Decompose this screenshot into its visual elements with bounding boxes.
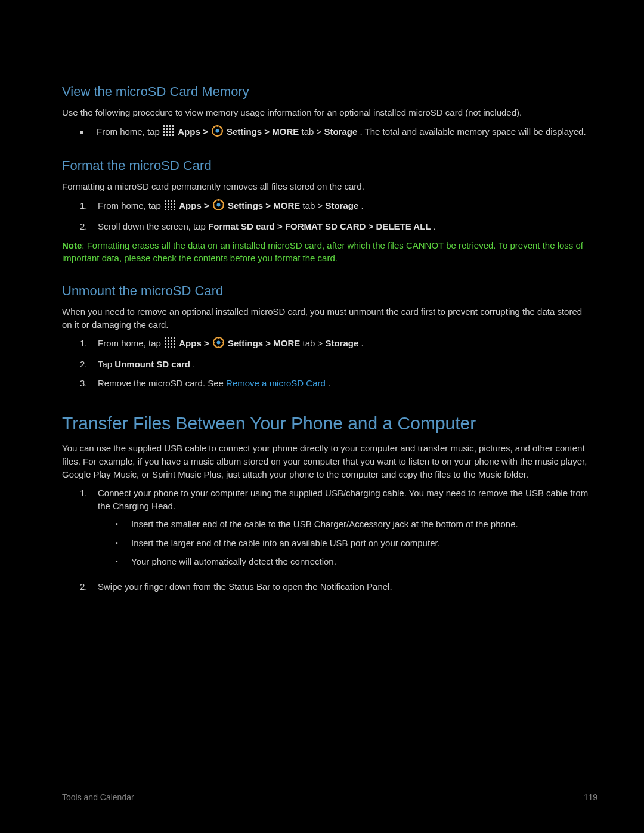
- text-bold: Unmount SD card: [114, 359, 190, 369]
- note-body: : Formatting erases all the data on an i…: [62, 240, 583, 264]
- note-label: Note: [62, 240, 82, 250]
- text: Swipe your finger down from the Status B…: [98, 580, 593, 593]
- paragraph: You can use the supplied USB cable to co…: [62, 442, 593, 481]
- apps-icon: [163, 125, 174, 140]
- list-item: 2. Swipe your finger down from the Statu…: [80, 580, 593, 593]
- nav-storage: Storage: [325, 200, 358, 210]
- text: From home, tap: [98, 339, 163, 349]
- list-item: 2. Scroll down the screen, tap Format SD…: [80, 220, 593, 233]
- heading-transfer: Transfer Files Between Your Phone and a …: [62, 410, 593, 436]
- bullet-icon: ▪: [116, 518, 131, 529]
- text: Your phone will automatically detect the…: [131, 555, 593, 568]
- text: >: [204, 200, 212, 210]
- nav-storage: Storage: [324, 126, 357, 137]
- number-marker: 3.: [80, 377, 98, 390]
- text: Connect your phone to your computer usin…: [98, 488, 588, 511]
- number-marker: 1.: [80, 199, 98, 212]
- paragraph: Use the following procedure to view memo…: [62, 106, 593, 119]
- list-item: 1. From home, tap Apps > Settings > MORE…: [80, 337, 593, 352]
- text: .: [361, 339, 363, 349]
- text: .: [361, 200, 363, 210]
- text: From home, tap: [97, 126, 162, 137]
- list-item: ▪ Insert the larger end of the cable int…: [116, 537, 593, 550]
- list-item: 1. Connect your phone to your computer u…: [80, 487, 593, 574]
- text: . The total and available memory space w…: [360, 126, 586, 137]
- text: >: [203, 126, 210, 137]
- bullet-icon: ▪: [116, 537, 131, 548]
- bullet-icon: ▪: [116, 555, 131, 566]
- nav-more: > MORE: [265, 200, 300, 210]
- paragraph: When you need to remove an optional inst…: [62, 305, 593, 332]
- link-remove-sd[interactable]: Remove a microSD Card: [226, 378, 326, 388]
- bullet-icon: ■: [80, 125, 97, 137]
- number-marker: 1.: [80, 487, 98, 500]
- text: tab >: [302, 200, 325, 210]
- text: >: [204, 339, 212, 349]
- list-item: 3. Remove the microSD card. See Remove a…: [80, 377, 593, 390]
- note: Note: Formatting erases all the data on …: [62, 239, 593, 265]
- list-item: 1. From home, tap Apps > Settings > MORE…: [80, 199, 593, 214]
- apps-icon: [165, 200, 175, 214]
- page-footer: Tools and Calendar 119: [62, 791, 597, 803]
- text: Insert the larger end of the cable into …: [131, 537, 593, 550]
- nav-settings: Settings: [227, 126, 262, 137]
- number-marker: 2.: [80, 580, 98, 593]
- nav-settings: Settings: [228, 339, 263, 349]
- page-number: 119: [584, 791, 597, 803]
- text: Tap: [98, 359, 114, 369]
- text-bold: Format SD card > FORMAT SD CARD > DELETE…: [208, 221, 431, 231]
- settings-icon: [213, 199, 224, 214]
- nav-more: > MORE: [264, 126, 299, 137]
- text: .: [328, 378, 330, 388]
- list-item: ▪ Insert the smaller end of the cable to…: [116, 518, 593, 531]
- number-marker: 2.: [80, 220, 98, 233]
- nav-settings: Settings: [228, 200, 263, 210]
- number-marker: 1.: [80, 337, 98, 350]
- number-marker: 2.: [80, 358, 98, 371]
- text: tab >: [302, 339, 325, 349]
- nav-more: > MORE: [265, 339, 300, 349]
- text: .: [434, 221, 436, 231]
- nav-storage: Storage: [325, 339, 358, 349]
- text: Insert the smaller end of the cable to t…: [131, 518, 593, 531]
- text: From home, tap: [98, 200, 163, 210]
- heading-unmount: Unmount the microSD Card: [62, 281, 593, 301]
- text: Remove the microSD card. See: [98, 378, 226, 388]
- nav-apps: Apps: [178, 126, 200, 137]
- settings-icon: [213, 337, 224, 352]
- nav-apps: Apps: [179, 200, 202, 210]
- text: Scroll down the screen, tap: [98, 221, 208, 231]
- apps-icon: [165, 337, 175, 352]
- paragraph: Formatting a microSD card permanently re…: [62, 180, 593, 193]
- list-item: 2. Tap Unmount SD card .: [80, 358, 593, 371]
- list-item: ▪ Your phone will automatically detect t…: [116, 555, 593, 568]
- heading-format: Format the microSD Card: [62, 156, 593, 175]
- text: .: [193, 359, 195, 369]
- text: tab >: [301, 126, 324, 137]
- nav-apps: Apps: [179, 339, 202, 349]
- list-item: ■ From home, tap Apps > Settings > MORE …: [80, 125, 593, 140]
- footer-section: Tools and Calendar: [62, 791, 134, 803]
- settings-icon: [212, 125, 223, 140]
- document-page: View the microSD Card Memory Use the fol…: [0, 0, 644, 593]
- heading-view-memory: View the microSD Card Memory: [62, 82, 593, 101]
